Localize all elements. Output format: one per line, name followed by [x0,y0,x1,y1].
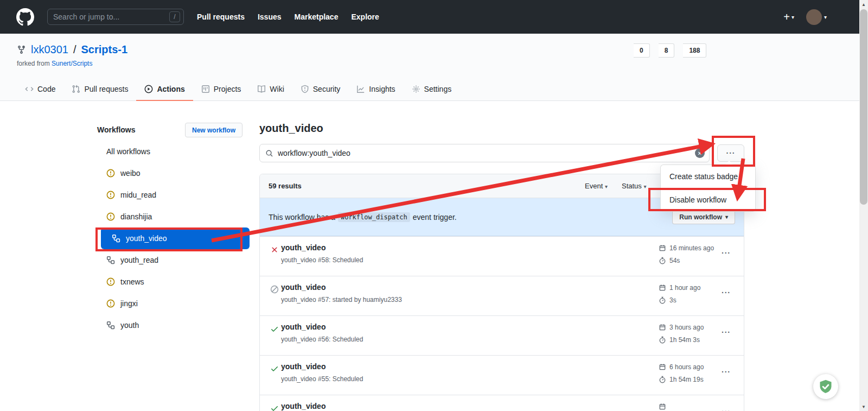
new-workflow-button[interactable]: New workflow [185,123,242,137]
workflows-title: Workflows [97,125,136,134]
nav-marketplace[interactable]: Marketplace [295,12,339,21]
status-filter-dropdown[interactable]: Status ▾ [622,182,647,190]
run-options-button[interactable]: ··· [722,288,731,297]
pull-request-icon [72,85,80,93]
book-icon [257,85,266,93]
tab-actions[interactable]: Actions [136,79,193,101]
sidebar-item-all-workflows[interactable]: All workflows [95,141,250,162]
run-options-button[interactable]: ··· [722,328,731,337]
fork-source-link[interactable]: Sunert/Scripts [52,60,92,67]
success-check-icon [270,325,279,333]
notice-text: event trigger. [413,213,457,222]
scrollbar-thumb[interactable] [860,9,867,205]
nav-pull-requests[interactable]: Pull requests [197,12,245,21]
caret-down-icon: ▾ [643,184,646,189]
run-title-link[interactable]: youth_video [281,283,326,292]
tab-label: Wiki [270,85,284,93]
menu-item-create-status-badge[interactable]: Create status badge [661,165,755,188]
calendar-icon [659,324,666,331]
runs-filter-input[interactable] [278,149,695,157]
close-icon: ✕ [698,150,702,156]
run-options-button[interactable]: ··· [722,407,731,411]
header-nav: Pull requests Issues Marketplace Explore [197,12,379,21]
fork-count[interactable]: 188 [683,43,706,58]
clear-filter-button[interactable]: ✕ [695,148,705,158]
stopwatch-icon [659,336,666,344]
tab-projects[interactable]: Projects [193,79,250,101]
run-workflow-button[interactable]: Run workflow ▾ [672,210,735,224]
scroll-up-arrow-icon[interactable]: ▲ [859,0,868,9]
run-title-link[interactable]: youth_video [281,323,326,331]
nav-explore[interactable]: Explore [351,12,379,21]
tab-code[interactable]: Code [17,79,63,101]
sidebar-item-txnews[interactable]: txnews [95,271,250,293]
user-menu[interactable]: ▾ [806,9,827,25]
event-filter-dropdown[interactable]: Event ▾ [585,182,608,190]
run-subtitle: youth_video #58: Scheduled [281,256,363,264]
workflow-label: midu_read [120,191,156,199]
tab-wiki[interactable]: Wiki [249,79,292,101]
sidebar-item-youth[interactable]: youth [95,314,250,336]
sidebar-item-jingxi[interactable]: jingxi [95,293,250,314]
search-placeholder: Search or jump to... [53,12,169,21]
sidebar-item-midu-read[interactable]: midu_read [95,184,250,206]
run-duration: 3s [659,296,676,304]
global-search-input[interactable]: Search or jump to... / [47,9,184,25]
sidebar-item-weibo[interactable]: weibo [95,162,250,184]
tab-security[interactable]: Security [292,79,349,101]
run-title-link[interactable]: youth_video [281,402,326,410]
run-title-link[interactable]: youth_video [281,243,326,252]
run-row: youth_video youth_video #58: Scheduled 1… [260,236,744,276]
workflow-options-button[interactable]: ··· [717,144,744,162]
workflow-label: youth_read [120,256,158,264]
nav-issues[interactable]: Issues [258,12,282,21]
shield-check-icon [818,379,833,394]
top-navigation-bar: Search or jump to... / Pull requests Iss… [0,0,868,34]
run-time: 3 hours ago [659,324,704,331]
caret-down-icon: ▾ [605,184,608,189]
kebab-icon: ··· [726,149,736,157]
success-check-icon [270,404,279,411]
actions-play-icon [144,85,153,93]
repo-action-buttons: Watch ▾ 0 Unstar 8 Fork 188 [634,43,706,58]
tab-settings[interactable]: Settings [404,79,460,101]
repo-owner-link[interactable]: lxk0301 [31,43,68,56]
tab-insights[interactable]: Insights [348,79,403,101]
repo-fork-icon [17,45,26,54]
run-time: 16 minutes ago [659,244,714,252]
page-title: youth_video [259,122,323,135]
menu-item-disable-workflow[interactable]: Disable workflow [661,188,755,211]
star-button-group: Unstar 8 [659,43,675,58]
warning-icon [106,299,115,308]
sidebar-item-dianshijia[interactable]: dianshijia [95,206,250,227]
failed-x-icon [270,245,279,254]
run-workflow-label: Run workflow [679,213,722,221]
run-time-text: 3 hours ago [669,324,704,331]
run-options-button[interactable]: ··· [722,368,731,376]
star-count[interactable]: 8 [659,43,675,58]
github-logo-icon[interactable] [16,8,34,26]
workflow-label: All workflows [106,147,150,156]
watch-count[interactable]: 0 [634,43,650,58]
run-time-text: 6 hours ago [669,363,704,371]
page-scrollbar[interactable]: ▲ ▼ [859,0,868,411]
create-new-dropdown[interactable]: + ▾ [783,11,794,23]
run-options-button[interactable]: ··· [722,249,731,257]
adguard-shield-button[interactable] [813,374,838,399]
run-duration-text: 3s [669,296,676,304]
run-duration: 1h 54m 19s [659,376,704,383]
tab-pull-requests[interactable]: Pull requests [63,79,136,101]
search-icon [265,149,273,157]
run-title-link[interactable]: youth_video [281,362,326,371]
workflow-icon [106,321,115,330]
repo-name-link[interactable]: Scripts-1 [81,43,128,56]
scroll-down-arrow-icon[interactable]: ▼ [859,402,868,411]
sidebar-item-youth-read[interactable]: youth_read [95,249,250,271]
run-duration-text: 54s [669,257,680,264]
avatar [806,9,822,25]
sidebar-item-youth-video[interactable]: youth_video [101,227,250,249]
run-time-text: 1 hour ago [669,284,700,292]
workflow-label: youth_video [126,234,167,243]
caret-down-icon: ▾ [824,14,827,20]
tab-label: Pull requests [84,85,128,93]
